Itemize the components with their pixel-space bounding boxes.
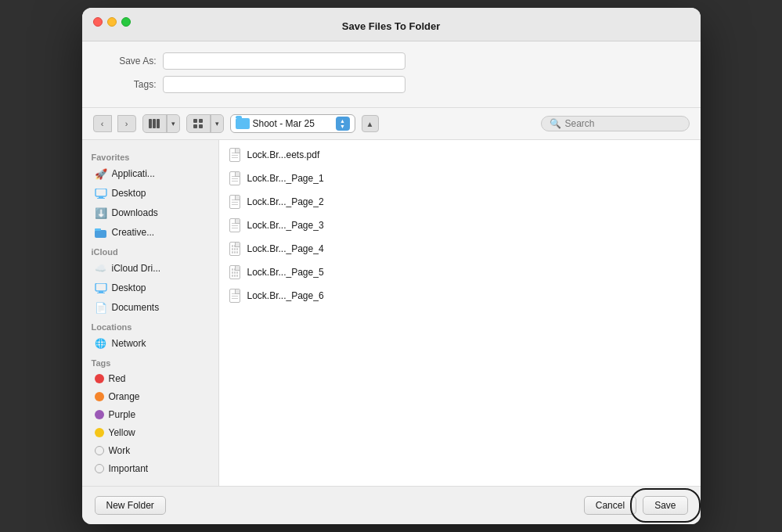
file-item[interactable]: Lock.Br..._Page_3 xyxy=(219,214,701,237)
file-item[interactable]: Lock.Br..._Page_1 xyxy=(219,167,701,190)
sidebar-item-tag-yellow[interactable]: Yellow xyxy=(85,424,215,441)
folder-selector[interactable]: Shoot - Mar 25 ▲ ▼ xyxy=(230,114,355,133)
modal-overlay: Save Files To Folder Save As: Tags: ‹ › xyxy=(0,0,782,532)
sidebar-section-locations: Locations xyxy=(82,318,218,333)
orange-tag-dot xyxy=(95,392,104,401)
doc-icon xyxy=(229,289,240,303)
expand-button[interactable]: ▲ xyxy=(362,115,379,132)
sidebar-item-label: Desktop xyxy=(112,282,146,293)
nav-back-button[interactable]: ‹ xyxy=(93,115,112,132)
file-name: Lock.Br..._Page_4 xyxy=(247,243,324,254)
applications-icon: 🚀 xyxy=(95,167,107,180)
bottom-right-buttons: Cancel Save xyxy=(584,496,688,515)
desktop2-icon xyxy=(95,282,107,294)
file-item[interactable]: Lock.Br..._Page_6 xyxy=(219,284,701,307)
svg-rect-10 xyxy=(95,230,106,238)
sidebar-item-icloud-drive[interactable]: ☁️ iCloud Dri... xyxy=(85,259,215,278)
search-icon: 🔍 xyxy=(550,118,561,129)
sidebar: Favorites 🚀 Applicati... Desktop ⬇️ Down… xyxy=(82,140,219,486)
dialog-bottom: New Folder Cancel Save xyxy=(82,486,701,524)
sidebar-item-label: Orange xyxy=(109,391,140,402)
sidebar-item-desktop[interactable]: Desktop xyxy=(85,184,215,203)
grid-doc-icon xyxy=(229,265,240,279)
tags-input[interactable] xyxy=(163,76,405,93)
sidebar-item-label: Documents xyxy=(112,302,160,313)
monitor-icon xyxy=(95,189,107,199)
svg-rect-11 xyxy=(95,228,101,231)
file-name: Lock.Br..._Page_2 xyxy=(247,196,324,207)
view-columns-button[interactable] xyxy=(143,115,167,132)
sidebar-item-label: Purple xyxy=(109,409,136,420)
sidebar-item-documents[interactable]: 📄 Documents xyxy=(85,298,215,317)
file-name: Lock.Br...eets.pdf xyxy=(247,149,320,160)
svg-rect-2 xyxy=(157,119,160,128)
svg-rect-8 xyxy=(99,196,103,198)
yellow-tag-dot xyxy=(95,428,104,437)
sidebar-item-network[interactable]: 🌐 Network xyxy=(85,334,215,353)
new-folder-button[interactable]: New Folder xyxy=(95,496,166,515)
svg-rect-14 xyxy=(97,293,105,293)
creative-icon xyxy=(95,226,107,239)
sidebar-item-creative[interactable]: Creative... xyxy=(85,223,215,242)
file-name: Lock.Br..._Page_6 xyxy=(247,290,324,301)
folder-icon xyxy=(236,118,250,129)
sidebar-section-tags: Tags xyxy=(82,354,218,369)
sidebar-item-tag-important[interactable]: Important xyxy=(85,460,215,477)
sidebar-item-tag-work[interactable]: Work xyxy=(85,442,215,459)
doc-icon xyxy=(229,195,240,209)
file-item[interactable]: Lock.Br..._Page_5 xyxy=(219,261,701,284)
view-grid-dropdown[interactable]: ▾ xyxy=(211,115,223,132)
folder-name: Shoot - Mar 25 xyxy=(253,118,333,129)
folder-stack-icon xyxy=(95,228,106,238)
save-as-label: Save As: xyxy=(98,56,157,66)
search-input[interactable] xyxy=(565,118,681,129)
traffic-lights xyxy=(93,17,131,27)
sidebar-item-tag-red[interactable]: Red xyxy=(85,370,215,387)
view-grid-button[interactable] xyxy=(187,115,211,132)
cancel-button[interactable]: Cancel xyxy=(584,496,636,515)
save-button[interactable]: Save xyxy=(643,496,687,515)
sidebar-item-label: Network xyxy=(112,338,146,349)
columns-icon xyxy=(149,119,160,128)
svg-rect-5 xyxy=(193,124,197,128)
svg-rect-9 xyxy=(97,198,105,199)
purple-tag-dot xyxy=(95,410,104,419)
close-button[interactable] xyxy=(93,17,103,27)
sidebar-item-icloud-desktop[interactable]: Desktop xyxy=(85,279,215,297)
maximize-button[interactable] xyxy=(121,17,131,27)
svg-rect-7 xyxy=(95,189,106,196)
file-icon xyxy=(229,241,241,257)
save-as-input[interactable] xyxy=(163,52,405,70)
view-columns-group: ▾ xyxy=(142,114,180,133)
sidebar-item-applications[interactable]: 🚀 Applicati... xyxy=(85,164,215,183)
minimize-button[interactable] xyxy=(107,17,117,27)
sidebar-item-downloads[interactable]: ⬇️ Downloads xyxy=(85,203,215,222)
red-tag-dot xyxy=(95,374,104,383)
sidebar-section-icloud: iCloud xyxy=(82,243,218,258)
icloud-icon: ☁️ xyxy=(95,262,107,275)
save-button-wrapper: Save xyxy=(643,496,687,515)
svg-rect-12 xyxy=(95,283,106,291)
documents-icon: 📄 xyxy=(95,301,107,314)
important-tag-dot xyxy=(95,464,104,473)
view-columns-dropdown[interactable]: ▾ xyxy=(167,115,179,132)
svg-rect-6 xyxy=(199,124,203,128)
desktop-icon xyxy=(95,187,107,200)
nav-forward-button[interactable]: › xyxy=(117,115,136,132)
network-icon: 🌐 xyxy=(95,337,107,350)
monitor2-icon xyxy=(95,283,107,293)
sidebar-item-tag-orange[interactable]: Orange xyxy=(85,388,215,405)
file-list: Lock.Br...eets.pdf Lock.Br..._Page_1 Loc… xyxy=(219,140,701,486)
dialog-title: Save Files To Folder xyxy=(342,20,440,32)
file-icon xyxy=(229,194,241,210)
sidebar-section-favorites: Favorites xyxy=(82,148,218,164)
view-grid-group: ▾ xyxy=(186,114,224,133)
doc-icon xyxy=(229,171,240,185)
file-item[interactable]: Lock.Br..._Page_4 xyxy=(219,237,701,261)
sidebar-item-tag-purple[interactable]: Purple xyxy=(85,406,215,423)
tags-row: Tags: xyxy=(98,76,685,93)
file-item[interactable]: Lock.Br...eets.pdf xyxy=(219,143,701,167)
file-name: Lock.Br..._Page_3 xyxy=(247,220,324,231)
sidebar-item-label: Yellow xyxy=(109,427,135,438)
file-item[interactable]: Lock.Br..._Page_2 xyxy=(219,190,701,214)
